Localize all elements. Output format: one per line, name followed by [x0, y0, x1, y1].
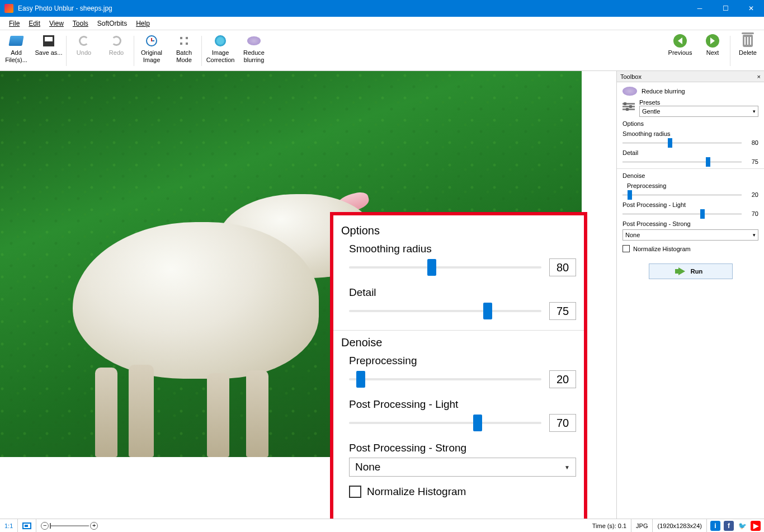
sp-pp-strong-select[interactable]: None — [622, 229, 758, 241]
facebook-icon[interactable]: f — [724, 521, 734, 531]
image-correction-button[interactable]: Image Correction — [203, 32, 238, 70]
smoothing-radius-value[interactable]: 80 — [549, 258, 576, 276]
sp-pp-light-value: 70 — [745, 210, 758, 217]
sp-smoothing-slider[interactable] — [622, 142, 742, 144]
menu-help[interactable]: Help — [131, 18, 154, 29]
add-files-button[interactable]: Add File(s)... — [0, 32, 32, 70]
preprocessing-label: Preprocessing — [349, 355, 576, 367]
sp-denoise-heading: Denoise — [622, 172, 758, 179]
sp-preprocessing-slider[interactable] — [622, 194, 742, 196]
sp-pp-light-slider[interactable] — [622, 213, 742, 215]
menu-view[interactable]: View — [45, 18, 68, 29]
delete-button[interactable]: Delete — [732, 32, 764, 70]
add-icon — [8, 36, 23, 46]
menu-edit[interactable]: Edit — [24, 18, 45, 29]
arrow-right-icon — [706, 34, 719, 48]
detail-label: Detail — [349, 286, 576, 299]
presets-label: Presets — [639, 99, 758, 106]
smoothing-radius-label: Smoothing radius — [349, 243, 576, 255]
previous-button[interactable]: Previous — [664, 32, 696, 70]
status-dimensions: (1920x1283x24) — [653, 519, 707, 532]
pp-strong-select[interactable]: None — [349, 458, 576, 477]
pp-light-slider[interactable] — [349, 422, 541, 424]
run-arrow-icon — [678, 267, 685, 275]
sp-detail-label: Detail — [622, 149, 758, 156]
gear-icon — [178, 35, 190, 46]
pp-strong-label: Post Processing - Strong — [349, 442, 576, 454]
status-time: Time (s): 0.1 — [588, 519, 631, 532]
menu-softorbits[interactable]: SoftOrbits — [93, 18, 131, 29]
run-button[interactable]: Run — [649, 263, 733, 279]
sp-detail-slider[interactable] — [622, 161, 742, 163]
sp-options-heading: Options — [622, 120, 758, 127]
pp-light-value[interactable]: 70 — [549, 414, 576, 432]
menu-file[interactable]: File — [4, 18, 24, 29]
undo-icon — [79, 36, 89, 46]
smoothing-radius-slider[interactable] — [349, 266, 541, 269]
menubar: File Edit View Tools SoftOrbits Help — [0, 17, 764, 30]
denoise-heading: Denoise — [341, 336, 576, 349]
presets-icon — [622, 103, 635, 113]
sp-normalize-checkbox[interactable] — [622, 245, 630, 252]
presets-select[interactable]: Gentle — [639, 106, 758, 117]
sp-smoothing-value: 80 — [745, 139, 758, 146]
maximize-button[interactable]: ☐ — [713, 0, 738, 17]
zoom-ratio[interactable]: 1:1 — [0, 519, 18, 532]
blur-icon — [247, 36, 261, 45]
sp-pp-light-label: Post Processing - Light — [622, 201, 758, 208]
app-icon — [4, 4, 13, 13]
image-canvas[interactable]: Options Smoothing radius 80 Detail 75 De… — [0, 71, 616, 519]
window-title: Easy Photo Unblur - sheeps.jpg — [18, 4, 687, 12]
info-icon[interactable]: i — [710, 521, 720, 531]
save-as-button[interactable]: Save as... — [32, 32, 65, 70]
sp-pp-strong-label: Post Processing - Strong — [622, 220, 758, 227]
options-overlay: Options Smoothing radius 80 Detail 75 De… — [330, 212, 587, 519]
titlebar: Easy Photo Unblur - sheeps.jpg ─ ☐ ✕ — [0, 0, 764, 17]
trash-icon — [743, 35, 753, 47]
pp-light-label: Post Processing - Light — [349, 398, 576, 411]
batch-mode-button[interactable]: Batch Mode — [168, 32, 200, 70]
options-heading: Options — [341, 224, 576, 237]
minimize-button[interactable]: ─ — [687, 0, 713, 17]
sp-normalize-label: Normalize Histogram — [633, 246, 691, 252]
zoom-in-button[interactable]: + — [90, 522, 98, 530]
fit-icon — [22, 522, 31, 529]
menu-tools[interactable]: Tools — [68, 18, 93, 29]
normalize-histogram-checkbox[interactable] — [349, 486, 361, 498]
zoom-slider[interactable] — [50, 525, 89, 526]
toolbar: Add File(s)... Save as... Undo Redo Orig… — [0, 30, 764, 71]
toolbox-panel: Toolbox × Reduce blurring Presets Gentle… — [616, 71, 764, 519]
sp-preprocessing-label: Preprocessing — [627, 182, 758, 189]
reduce-blurring-button[interactable]: Reduce blurring — [238, 32, 270, 70]
arrow-left-icon — [673, 34, 687, 48]
toolbox-close-icon[interactable]: × — [757, 73, 761, 80]
toolbox-title: Toolbox — [620, 73, 642, 80]
fit-to-window[interactable] — [18, 519, 36, 532]
sparkle-icon — [215, 35, 226, 46]
next-button[interactable]: Next — [696, 32, 729, 70]
sp-smoothing-label: Smoothing radius — [622, 130, 758, 137]
undo-button[interactable]: Undo — [68, 32, 100, 70]
clock-icon — [146, 35, 157, 46]
preprocessing-value[interactable]: 20 — [549, 370, 576, 388]
close-button[interactable]: ✕ — [738, 0, 764, 17]
youtube-icon[interactable]: ▶ — [751, 521, 761, 531]
statusbar: 1:1 − + Time (s): 0.1 JPG (1920x1283x24)… — [0, 519, 764, 532]
preprocessing-slider[interactable] — [349, 378, 541, 380]
zoom-out-button[interactable]: − — [41, 522, 49, 530]
blur-icon — [622, 87, 637, 96]
detail-slider[interactable] — [349, 310, 541, 312]
detail-value[interactable]: 75 — [549, 302, 576, 320]
sp-preprocessing-value: 20 — [745, 191, 758, 198]
sp-detail-value: 75 — [745, 158, 758, 165]
save-icon — [43, 35, 54, 46]
normalize-histogram-label: Normalize Histogram — [367, 486, 466, 498]
redo-icon — [111, 36, 121, 46]
redo-button[interactable]: Redo — [100, 32, 133, 70]
tool-name: Reduce blurring — [642, 88, 685, 95]
status-format: JPG — [631, 519, 653, 532]
twitter-icon[interactable]: 🐦 — [737, 521, 747, 531]
original-image-button[interactable]: Original Image — [135, 32, 168, 70]
